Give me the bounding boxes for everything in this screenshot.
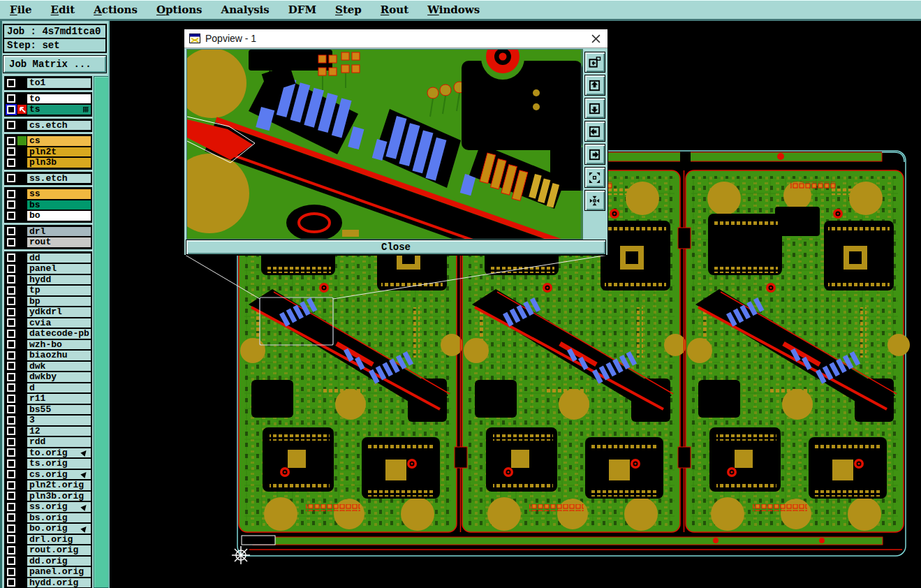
layer-color-swatch[interactable] — [17, 480, 27, 490]
layer-row-hydd.orig[interactable]: hydd.orig — [6, 578, 91, 588]
layer-row-ss.orig[interactable]: ss.orig — [6, 501, 91, 513]
popview-canvas[interactable] — [186, 49, 583, 240]
layer-visibility-checkbox[interactable] — [7, 546, 15, 554]
layer-color-swatch[interactable] — [17, 318, 27, 328]
layer-color-swatch[interactable] — [17, 307, 27, 316]
layer-color-swatch[interactable] — [17, 200, 27, 210]
layer-row-pln2t[interactable]: pln2t — [6, 147, 91, 158]
pan-down-button[interactable] — [584, 98, 605, 119]
layer-visibility-checkbox[interactable] — [7, 121, 15, 129]
layer-color-swatch[interactable] — [17, 502, 27, 511]
layer-visibility-checkbox[interactable] — [7, 190, 15, 198]
layer-row-datecode-pb[interactable]: datecode-pb — [6, 328, 91, 339]
center-view-button[interactable] — [584, 190, 605, 211]
job-matrix-button[interactable]: Job Matrix ... — [3, 55, 107, 73]
layer-color-swatch[interactable] — [17, 158, 27, 167]
layer-visibility-checkbox[interactable] — [7, 383, 15, 392]
layer-color-swatch[interactable] — [17, 557, 27, 566]
menu-item-actions[interactable]: Actions — [94, 3, 138, 16]
layer-row-to1[interactable]: to1 — [6, 78, 91, 89]
layer-visibility-checkbox[interactable] — [7, 513, 15, 522]
layer-row-bo[interactable]: bo — [6, 210, 91, 221]
layer-visibility-checkbox[interactable] — [7, 212, 15, 220]
layer-row-bs55[interactable]: bs55 — [6, 404, 91, 416]
layer-color-swatch[interactable] — [17, 459, 27, 468]
layer-color-swatch[interactable] — [17, 535, 27, 544]
layer-list-scrollbar[interactable] — [94, 76, 108, 588]
layer-color-swatch[interactable] — [17, 437, 27, 446]
layer-color-swatch[interactable] — [17, 427, 27, 436]
layer-row-tp[interactable]: tp — [6, 285, 91, 296]
layer-row-3[interactable]: 3 — [6, 415, 91, 426]
layer-visibility-checkbox[interactable] — [7, 470, 15, 478]
overview-button[interactable] — [584, 52, 605, 73]
layer-visibility-checkbox[interactable] — [7, 568, 15, 576]
layer-color-swatch[interactable] — [17, 448, 27, 457]
menu-item-dfm[interactable]: DFM — [288, 3, 316, 16]
layer-color-swatch[interactable] — [17, 394, 27, 403]
layer-visibility-checkbox[interactable] — [7, 448, 15, 457]
layer-row-d[interactable]: d — [6, 383, 91, 394]
popview-title-bar[interactable]: Popview - 1 — [184, 29, 607, 48]
layer-row-ts[interactable]: ts — [6, 104, 91, 115]
expand-view-button[interactable] — [584, 167, 605, 188]
layer-row-drl.orig[interactable]: drl.orig — [6, 534, 91, 545]
layer-color-swatch[interactable] — [17, 492, 27, 501]
active-layer-cursor-icon[interactable] — [17, 105, 27, 114]
menu-item-windows[interactable]: Windows — [427, 3, 480, 16]
layer-color-swatch[interactable] — [17, 372, 27, 381]
layer-color-swatch[interactable] — [17, 416, 27, 425]
layer-color-swatch[interactable] — [17, 136, 27, 145]
layer-color-swatch[interactable] — [17, 275, 27, 284]
layer-visibility-checkbox[interactable] — [7, 265, 15, 273]
layer-visibility-checkbox[interactable] — [7, 238, 15, 247]
layer-visibility-checkbox[interactable] — [7, 159, 15, 167]
layer-color-swatch[interactable] — [17, 174, 27, 183]
layer-row-bp[interactable]: bp — [6, 296, 91, 307]
layer-color-swatch[interactable] — [17, 121, 27, 130]
layer-color-swatch[interactable] — [17, 264, 27, 273]
menu-item-edit[interactable]: Edit — [51, 3, 75, 16]
layer-row-cs.orig[interactable]: cs.orig — [6, 469, 91, 480]
layer-color-swatch[interactable] — [17, 237, 27, 247]
layer-color-swatch[interactable] — [17, 567, 27, 576]
menu-item-step[interactable]: Step — [335, 3, 362, 16]
pan-right-button[interactable] — [584, 144, 605, 165]
layer-row-drl[interactable]: drl — [6, 226, 91, 237]
layer-row-wzh-bo[interactable]: wzh-bo — [6, 339, 91, 351]
layer-visibility-checkbox[interactable] — [7, 308, 15, 316]
layer-visibility-checkbox[interactable] — [7, 405, 15, 413]
layer-row-bs.orig[interactable]: bs.orig — [6, 513, 91, 524]
layer-visibility-checkbox[interactable] — [7, 275, 15, 284]
layer-visibility-checkbox[interactable] — [7, 416, 15, 425]
layer-color-swatch[interactable] — [17, 362, 27, 371]
layer-row-r11[interactable]: r11 — [6, 393, 91, 404]
layer-row-panel.orig[interactable]: panel.orig — [6, 566, 91, 578]
layer-row-rdd[interactable]: rdd — [6, 436, 91, 448]
layer-row-ss[interactable]: ss — [6, 189, 91, 200]
layer-row-to[interactable]: to — [6, 94, 91, 105]
layer-visibility-checkbox[interactable] — [7, 557, 15, 565]
layer-row-12[interactable]: 12 — [6, 426, 91, 437]
layer-visibility-checkbox[interactable] — [7, 373, 15, 381]
menu-item-analysis[interactable]: Analysis — [221, 3, 270, 16]
layer-color-swatch[interactable] — [17, 147, 27, 156]
layer-row-cs.etch[interactable]: cs.etch — [6, 120, 91, 131]
layer-visibility-checkbox[interactable] — [7, 362, 15, 370]
layer-visibility-checkbox[interactable] — [7, 395, 15, 403]
layer-row-ydkdrl[interactable]: ydkdrl — [6, 307, 91, 318]
layer-visibility-checkbox[interactable] — [7, 105, 15, 114]
layer-visibility-checkbox[interactable] — [7, 147, 15, 156]
layer-row-pln2t.orig[interactable]: pln2t.orig — [6, 480, 91, 491]
layer-visibility-checkbox[interactable] — [7, 330, 15, 338]
layer-row-hydd[interactable]: hydd — [6, 274, 91, 286]
layer-row-ss.etch[interactable]: ss.etch — [6, 173, 91, 184]
layer-visibility-checkbox[interactable] — [7, 535, 15, 543]
menu-item-rout[interactable]: Rout — [381, 3, 408, 16]
layer-color-swatch[interactable] — [17, 513, 27, 522]
layer-visibility-checkbox[interactable] — [7, 524, 15, 533]
layer-color-swatch[interactable] — [17, 189, 27, 198]
layer-row-to.orig[interactable]: to.orig — [6, 448, 91, 459]
layer-row-biaozhu[interactable]: biaozhu — [6, 350, 91, 361]
layer-color-swatch[interactable] — [17, 470, 27, 479]
